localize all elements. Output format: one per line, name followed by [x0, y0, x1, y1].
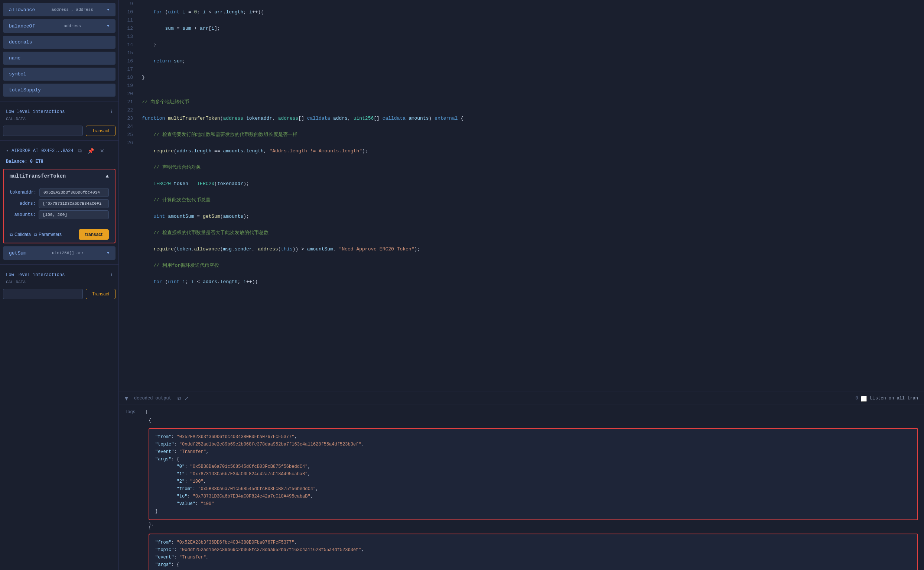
calldata2-row: Transact [0, 287, 119, 300]
name-label: name [9, 55, 20, 61]
log-entry-1: "from": "0x52EA23b3f36DD6fbc4034380B0Fba… [148, 428, 918, 520]
calldata-btn[interactable]: ⧉ Calldata [10, 232, 31, 237]
decomals-button[interactable]: decomals [3, 36, 116, 49]
logs-header-row: logs [ [119, 405, 924, 416]
transact-button[interactable]: Transact [86, 126, 116, 136]
amounts-row: amounts: [10, 210, 109, 219]
multi-transfer-body: tokenaddr: addrs: amounts: [4, 183, 115, 226]
collapse-icon: ▲ [106, 173, 109, 179]
addrs-row: addrs: [10, 199, 109, 208]
balanceof-params: address [64, 24, 81, 28]
logs-key-label: logs [125, 408, 140, 415]
listen-label: Listen on all tran [870, 396, 918, 401]
getsum-chevron-icon: ▾ [107, 250, 110, 256]
balanceof-chevron-icon: ▾ [107, 23, 110, 29]
getsum-params: uint256[] arr [52, 251, 84, 255]
calldata-row: Transact [0, 124, 119, 138]
params-btn[interactable]: ⧉ Parameters [34, 232, 62, 237]
totalsupply-button[interactable]: totalSupply [3, 84, 116, 97]
allowance-params: address , address [52, 8, 93, 12]
log-entry-2: "from": "0x52EA23b3f36DD6fbc4034380B0Fba… [148, 533, 918, 570]
copy-small-icon: ⧉ [10, 232, 13, 237]
symbol-button[interactable]: symbol [3, 67, 116, 81]
allowance-chevron-icon: ▾ [107, 7, 110, 13]
tokenaddr-label: tokenaddr: [10, 190, 37, 195]
amounts-label: amounts: [10, 212, 36, 218]
name-button[interactable]: name [3, 52, 116, 65]
main-area: 9 10 11 12 13 14 15 16 17 18 19 20 21 22… [119, 0, 924, 570]
decoded-output-row: ▾ decoded output ⧉ ⤢ 0 Listen on all tra… [119, 392, 924, 405]
sidebar: allowance address , address ▾ balanceOf … [0, 0, 119, 570]
info2-icon[interactable]: ℹ [111, 272, 113, 277]
allowance-label: allowance [9, 7, 35, 13]
copy-icon[interactable]: ⧉ [76, 147, 83, 155]
open-bracket: [ [145, 408, 148, 415]
calldata-input[interactable] [3, 126, 83, 136]
addrs-label: addrs: [10, 201, 36, 206]
pin-icon[interactable]: 📌 [86, 147, 95, 155]
open-brace: { [119, 416, 924, 425]
contract-address: 0X4F2...BA24 [41, 148, 73, 153]
low-level2-header: Low level interactions ℹ [0, 268, 119, 279]
multi-transfer-footer: ⧉ Calldata ⧉ Parameters transact [4, 226, 115, 243]
low-level-label: Low level interactions [6, 109, 65, 115]
copy-decoded-icon[interactable]: ⧉ [177, 395, 181, 401]
copy-small2-icon: ⧉ [34, 232, 37, 237]
low-level2-label: Low level interactions [6, 272, 65, 277]
line-numbers: 9 10 11 12 13 14 15 16 17 18 19 20 21 22… [119, 0, 137, 392]
contract-instance-label: AIRDROP AT [12, 148, 38, 153]
decoded-icons: ⧉ ⤢ [177, 395, 189, 401]
tokenaddr-input[interactable] [40, 188, 109, 197]
listen-count: 0 [855, 396, 858, 401]
balance-value: 0 ETH [30, 159, 43, 164]
bottom-panel: ▾ decoded output ⧉ ⤢ 0 Listen on all tra… [119, 392, 924, 570]
listen-checkbox[interactable] [861, 396, 867, 401]
tokenaddr-row: tokenaddr: [10, 188, 109, 197]
balance-label: Balance: [6, 159, 27, 164]
panel-collapse-btn[interactable]: ▾ [125, 394, 128, 402]
contract-instance: ▾ AIRDROP AT 0X4F2...BA24 ⧉ 📌 ✕ [0, 144, 119, 158]
balanceof-label: balanceOf [9, 23, 35, 29]
info-icon[interactable]: ℹ [111, 109, 113, 115]
transact2-button[interactable]: Transact [86, 289, 116, 299]
calldata2-input[interactable] [3, 289, 83, 299]
getsum-button[interactable]: getSum uint256[] arr ▾ [3, 246, 116, 260]
code-editor[interactable]: 9 10 11 12 13 14 15 16 17 18 19 20 21 22… [119, 0, 924, 392]
calldata-btn-label: Calldata [14, 232, 31, 237]
totalsupply-label: totalSupply [9, 87, 41, 93]
multi-transfer-fn-name: multiTransferToken [10, 173, 66, 179]
calldata-label: CALLDATA [0, 116, 119, 124]
balanceof-button[interactable]: balanceOf address ▾ [3, 19, 116, 33]
low-level-header: Low level interactions ℹ [0, 104, 119, 116]
expand-decoded-icon[interactable]: ⤢ [184, 395, 189, 401]
decoded-output-label: decoded output [134, 396, 172, 401]
addrs-input[interactable] [39, 199, 109, 208]
symbol-label: symbol [9, 71, 26, 77]
code-content: for (uint i = 0; i < arr.length; i++){ s… [137, 0, 924, 392]
params-btn-label: Parameters [39, 232, 62, 237]
decomals-label: decomals [9, 39, 32, 45]
multi-transfer-header[interactable]: multiTransferToken ▲ [4, 169, 115, 183]
getsum-label: getSum [9, 250, 26, 256]
contract-collapse-icon[interactable]: ▾ [6, 148, 9, 153]
amounts-input[interactable] [39, 210, 109, 219]
calldata2-label: CALLDATA [0, 279, 119, 287]
close-icon[interactable]: ✕ [98, 147, 106, 155]
allowance-button[interactable]: allowance address , address ▾ [3, 3, 116, 16]
balance-row: Balance: 0 ETH [0, 158, 119, 167]
multi-transact-button[interactable]: transact [79, 229, 109, 240]
multi-transfer-card: multiTransferToken ▲ tokenaddr: addrs: a… [3, 169, 116, 244]
